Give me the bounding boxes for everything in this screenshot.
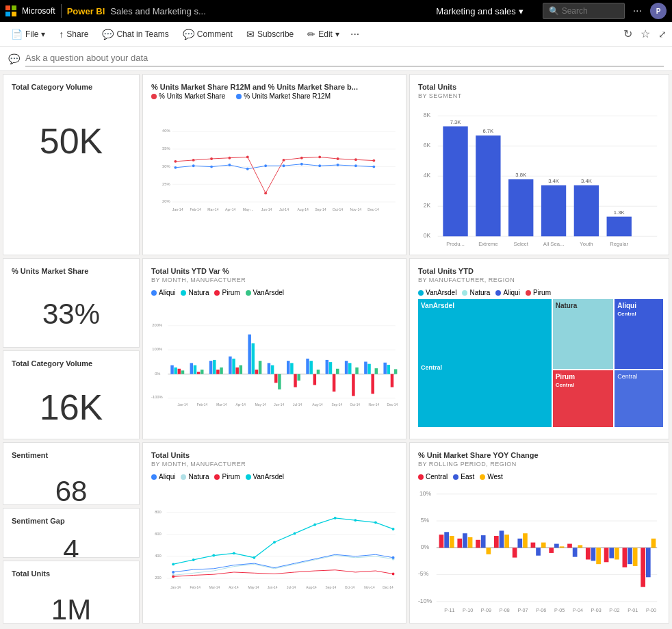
search-input[interactable] bbox=[562, 6, 617, 16]
svg-rect-95 bbox=[232, 359, 235, 374]
svg-text:200: 200 bbox=[155, 576, 161, 580]
svg-rect-221 bbox=[628, 548, 632, 564]
svg-rect-117 bbox=[336, 369, 339, 374]
svg-rect-223 bbox=[641, 548, 645, 587]
comment-button[interactable]: 💬 Comment bbox=[177, 26, 238, 42]
card-total-units-segment[interactable]: Total Units BY SEGMENT 8K 6K 4K 2K 0K 7.… bbox=[409, 74, 669, 255]
treemap-vanarsdel: VanArsdel Central bbox=[418, 299, 552, 427]
toolbar-more-button[interactable]: ··· bbox=[348, 28, 362, 40]
fullscreen-icon[interactable]: ⤢ bbox=[658, 29, 667, 40]
svg-point-152 bbox=[212, 554, 215, 557]
svg-rect-108 bbox=[294, 374, 297, 387]
svg-text:0%: 0% bbox=[155, 372, 160, 376]
svg-rect-216 bbox=[596, 548, 601, 564]
svg-rect-201 bbox=[504, 535, 509, 548]
svg-point-153 bbox=[233, 552, 235, 554]
svg-text:Feb-14: Feb-14 bbox=[190, 586, 201, 589]
user-avatar[interactable]: P bbox=[650, 3, 667, 19]
card-units-market-share-line[interactable]: % Units Market Share R12M and % Units Ma… bbox=[142, 74, 406, 255]
share-button[interactable]: ↑ Share bbox=[53, 26, 94, 42]
svg-point-32 bbox=[354, 158, 357, 161]
chart5-svg: 800 600 400 200 bbox=[151, 483, 398, 617]
chat-in-teams-button[interactable]: 💬 Chat in Teams bbox=[96, 26, 174, 42]
more-options-button[interactable]: ··· bbox=[630, 5, 645, 17]
svg-rect-86 bbox=[190, 363, 194, 374]
svg-text:Apr-14: Apr-14 bbox=[229, 586, 239, 589]
svg-rect-92 bbox=[216, 370, 220, 374]
svg-point-10 bbox=[174, 166, 177, 169]
svg-point-27 bbox=[264, 192, 267, 194]
svg-rect-90 bbox=[209, 361, 213, 374]
file-button[interactable]: 📄 File ▾ bbox=[5, 26, 51, 42]
svg-rect-222 bbox=[633, 548, 638, 566]
refresh-icon[interactable]: ↻ bbox=[623, 27, 632, 40]
svg-text:35%: 35% bbox=[162, 146, 170, 151]
svg-text:Sep-14: Sep-14 bbox=[326, 586, 337, 589]
card-total-units-ytd-var[interactable]: Total Units YTD Var % BY MONTH, MANUFACT… bbox=[142, 258, 406, 439]
chart1-legend: % Units Market Share % Units Market Shar… bbox=[151, 92, 398, 100]
svg-rect-114 bbox=[326, 360, 329, 374]
svg-rect-194 bbox=[463, 533, 467, 548]
svg-text:Aug-14: Aug-14 bbox=[297, 207, 309, 211]
svg-rect-126 bbox=[383, 363, 387, 374]
svg-point-31 bbox=[337, 157, 339, 160]
svg-point-158 bbox=[334, 517, 337, 519]
treemap: VanArsdel Central Natura Aliqui Central … bbox=[418, 299, 660, 426]
card-unit-market-yoy[interactable]: % Unit Market Share YOY Change BY ROLLIN… bbox=[409, 442, 669, 624]
svg-rect-98 bbox=[248, 335, 251, 374]
svg-point-165 bbox=[392, 556, 395, 559]
top-navigation-bar: Microsoft Power BI Sales and Marketing s… bbox=[0, 0, 672, 22]
treemap-pirum: Pirum Central bbox=[553, 370, 614, 427]
svg-point-155 bbox=[273, 541, 276, 543]
svg-rect-105 bbox=[278, 374, 281, 389]
svg-point-30 bbox=[318, 156, 321, 159]
svg-text:3.8K: 3.8K bbox=[515, 172, 527, 178]
svg-text:Sep-14: Sep-14 bbox=[332, 403, 343, 407]
svg-point-19 bbox=[337, 164, 339, 166]
svg-rect-123 bbox=[367, 364, 371, 374]
svg-text:P-02: P-02 bbox=[609, 608, 619, 613]
svg-text:Aug-14: Aug-14 bbox=[306, 586, 317, 589]
svg-rect-193 bbox=[457, 539, 462, 548]
svg-text:P-06: P-06 bbox=[536, 608, 546, 613]
marketing-menu[interactable]: Marketing and sales ▾ bbox=[436, 6, 523, 16]
chart6-svg: 10% 5% 0% -5% -10% bbox=[418, 483, 660, 620]
card-units-market-share: % Units Market Share 33% bbox=[3, 258, 140, 348]
svg-text:0%: 0% bbox=[421, 543, 430, 550]
svg-rect-192 bbox=[450, 536, 454, 548]
subscribe-button[interactable]: ✉ Subscribe bbox=[241, 26, 299, 42]
svg-text:Jul-14: Jul-14 bbox=[279, 207, 289, 211]
svg-text:6K: 6K bbox=[424, 142, 431, 149]
svg-rect-97 bbox=[240, 365, 243, 374]
svg-rect-206 bbox=[536, 548, 541, 555]
svg-text:Nov-14: Nov-14 bbox=[369, 403, 380, 407]
svg-rect-85 bbox=[181, 370, 185, 374]
svg-rect-66 bbox=[607, 217, 632, 237]
left-col-row2: % Units Market Share 33% Total Category … bbox=[3, 258, 140, 439]
svg-rect-83 bbox=[174, 368, 177, 374]
svg-text:Feb-14: Feb-14 bbox=[190, 207, 201, 211]
qa-input[interactable] bbox=[25, 51, 664, 67]
svg-text:20%: 20% bbox=[162, 199, 170, 203]
svg-text:P-03: P-03 bbox=[591, 608, 602, 613]
svg-text:Dec-14: Dec-14 bbox=[387, 403, 398, 407]
svg-text:Jun-14: Jun-14 bbox=[274, 403, 284, 407]
edit-button[interactable]: ✏ Edit ▾ bbox=[302, 26, 345, 42]
favorite-icon[interactable]: ☆ bbox=[641, 27, 650, 40]
svg-rect-217 bbox=[604, 548, 609, 562]
card-total-units-lines[interactable]: Total Units BY MONTH, MANUFACTURER Aliqu… bbox=[142, 442, 406, 624]
svg-text:Nov-14: Nov-14 bbox=[364, 586, 375, 589]
svg-point-23 bbox=[192, 159, 195, 162]
card-total-units-ytd-treemap[interactable]: Total Units YTD BY MANUFACTURER, REGION … bbox=[409, 258, 669, 439]
svg-text:Jun-14: Jun-14 bbox=[268, 586, 278, 589]
search-box[interactable]: 🔍 bbox=[543, 3, 625, 19]
svg-text:8K: 8K bbox=[424, 112, 431, 118]
svg-rect-212 bbox=[573, 548, 578, 556]
svg-text:Nov-14: Nov-14 bbox=[350, 207, 362, 211]
chart6-legend: Central East West bbox=[418, 473, 660, 480]
microsoft-label: Microsoft bbox=[22, 6, 55, 16]
svg-text:7.3K: 7.3K bbox=[450, 119, 462, 125]
svg-text:Apr-14: Apr-14 bbox=[225, 207, 236, 211]
svg-text:Youth: Youth bbox=[580, 241, 593, 247]
svg-rect-127 bbox=[387, 365, 391, 374]
